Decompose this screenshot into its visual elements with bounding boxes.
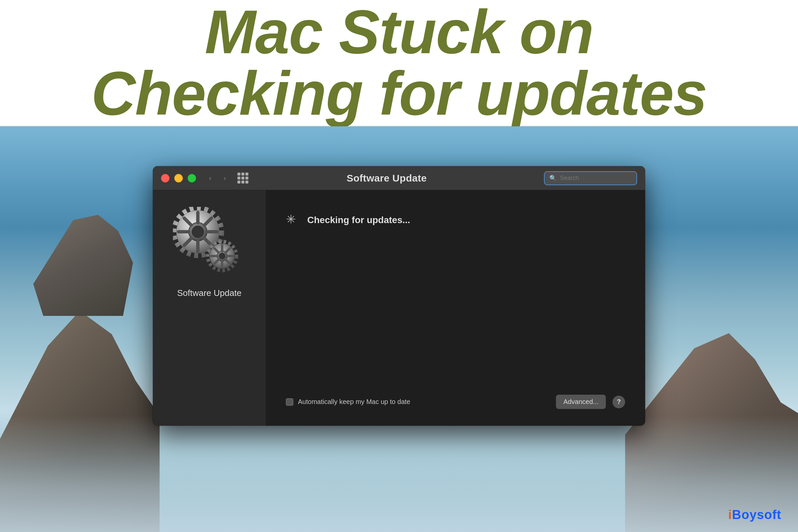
- main-content: Checking for updates... Automatically ke…: [266, 190, 645, 425]
- maximize-button[interactable]: [188, 174, 196, 183]
- bottom-bar: Automatically keep my Mac up to date Adv…: [286, 395, 625, 409]
- advanced-button[interactable]: Advanced...: [556, 395, 606, 409]
- title-bar: ‹ › Software Update 🔍: [153, 166, 645, 190]
- gear-icon-container: Software Update: [173, 207, 246, 298]
- grid-view-button[interactable]: [236, 172, 249, 185]
- window-title: Software Update: [249, 173, 524, 184]
- close-button[interactable]: [161, 174, 170, 183]
- sidebar: Software Update: [153, 190, 266, 425]
- rock-center: [33, 209, 133, 316]
- window-body: Software Update Checking for updates... …: [153, 190, 645, 425]
- auto-update-checkbox[interactable]: [286, 398, 293, 406]
- desktop-background: ‹ › Software Update 🔍: [0, 126, 798, 532]
- search-icon: 🔍: [549, 174, 557, 182]
- system-preferences-window: ‹ › Software Update 🔍: [153, 166, 645, 425]
- back-button[interactable]: ‹: [204, 172, 216, 184]
- svg-point-23: [219, 253, 225, 259]
- watermark: iBoysoft: [728, 508, 781, 522]
- help-button[interactable]: ?: [612, 396, 625, 408]
- water-mist: [0, 416, 798, 532]
- top-banner: Mac Stuck on Checking for updates: [0, 0, 798, 126]
- search-input[interactable]: [560, 174, 632, 182]
- auto-update-container: Automatically keep my Mac up to date: [286, 398, 410, 406]
- minimize-button[interactable]: [174, 174, 183, 183]
- forward-button[interactable]: ›: [219, 172, 231, 184]
- nav-buttons: ‹ ›: [204, 172, 231, 184]
- loading-spinner: [286, 213, 299, 227]
- headline: Mac Stuck on Checking for updates: [91, 1, 706, 125]
- gear-icon: [173, 207, 246, 280]
- watermark-prefix: i: [728, 508, 732, 522]
- sidebar-label: Software Update: [177, 288, 242, 298]
- checking-text: Checking for updates...: [307, 215, 410, 225]
- traffic-lights: [161, 174, 196, 183]
- watermark-suffix: Boysoft: [732, 508, 781, 522]
- auto-update-label: Automatically keep my Mac up to date: [298, 398, 410, 406]
- search-box[interactable]: 🔍: [544, 171, 637, 185]
- grid-dots-icon: [238, 173, 248, 184]
- checking-row: Checking for updates...: [286, 213, 625, 227]
- svg-point-11: [192, 226, 204, 238]
